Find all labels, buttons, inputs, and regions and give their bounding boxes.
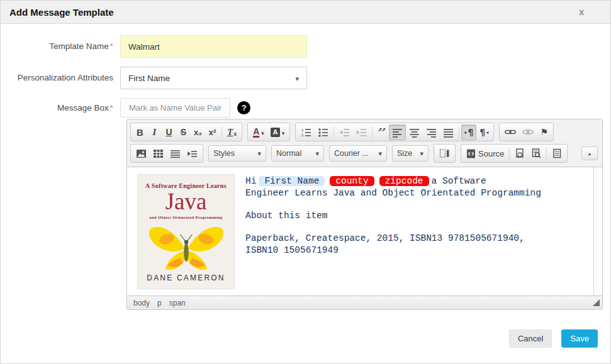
message-paragraph-3: Paperback, Createspace, 2015, ISBN13 978… [245,233,541,256]
numbered-list-icon[interactable]: 12 [298,124,315,140]
greeting-text: Hi [245,176,256,186]
source-button[interactable]: Source [463,146,507,162]
document-group: Source [461,144,568,163]
styles-dropdown-value: Styles [213,149,235,158]
font-dropdown[interactable]: Courier ... [329,145,387,162]
personalization-row: Personalization Attributes First Name [1,67,610,89]
form-area: Template Name* Personalization Attribute… [1,24,610,310]
message-box-row: Message Box* Mark as Name Value Pair ? [1,98,610,118]
superscript-icon[interactable]: x² [205,124,220,140]
close-icon[interactable]: x [579,7,584,17]
justify-icon[interactable] [440,124,457,140]
collapse-toolbar-group: ▴ [581,146,598,160]
align-center-icon[interactable] [406,124,423,140]
dialog-header: Add Message Template x [1,1,610,24]
zipcode-token[interactable]: zipcode [379,176,429,186]
dropdown-caret-icon [378,149,382,158]
first-name-token[interactable]: First Name [259,176,325,186]
message-paragraph-2: About this item [245,210,541,222]
outdent-icon[interactable] [336,124,353,140]
toolbar-row-2: Styles Normal Courier ... Size [130,143,599,164]
strikethrough-icon[interactable]: S [176,124,191,140]
blockquote-icon[interactable]: ” [374,128,389,136]
butterfly-illustration [142,221,231,273]
details-line1-text: Paperback, Createspace, 2015, ISBN13 978… [245,233,525,243]
save-button[interactable]: Save [561,329,598,348]
table-icon[interactable] [150,146,167,162]
preview-icon[interactable] [528,146,544,162]
toolbar-row-1: B I U S x₂ x² Tx A A [130,121,599,143]
format-dropdown[interactable]: Normal [271,145,324,162]
link-group: ⚑ [499,123,554,141]
align-right-icon[interactable] [423,124,440,140]
show-blocks-icon[interactable] [436,146,453,162]
book-title: Java [165,190,207,213]
ltr-paragraph-icon[interactable]: ¶ [461,124,476,140]
anchor-flag-icon[interactable]: ⚑ [537,124,551,140]
bold-icon[interactable]: B [133,124,147,140]
collapse-toolbar-icon[interactable]: ▴ [583,148,596,159]
text-color-icon[interactable]: A [250,124,267,140]
dropdown-caret-icon [295,74,299,83]
page-title: Add Message Template [9,7,114,18]
background-color-icon[interactable]: A [267,124,288,140]
source-icon [466,149,476,158]
insert-group [130,144,203,163]
county-token[interactable]: county [330,176,374,186]
mark-name-value-pair-button[interactable]: Mark as Name Value Pair [120,98,230,118]
dropdown-caret-icon [315,149,319,158]
details-line2-text: ISBN10 1505671949 [245,245,339,255]
line2-text: Engineer Learns Java and Object Orientat… [245,188,541,198]
toolbar-separator [221,126,222,138]
subscript-icon[interactable]: x₂ [191,124,205,140]
unlink-icon[interactable] [519,124,537,140]
message-box-label: Message Box* [1,99,120,118]
element-path-body[interactable]: body [133,299,150,307]
toolbar-separator [459,126,459,138]
color-group: A A [247,123,290,141]
source-label: Source [478,149,504,158]
template-name-label-text: Template Name [49,41,109,51]
dropdown-caret-icon [420,149,423,158]
styles-dropdown[interactable]: Styles [208,145,266,162]
page-break-icon[interactable] [184,146,201,162]
editor-toolbar: B I U S x₂ x² Tx A A [127,119,602,167]
message-text[interactable]: HiFirst Namecountyzipcodea Software Engi… [245,174,541,289]
personalization-label: Personalization Attributes [1,67,120,89]
indent-icon[interactable] [353,124,370,140]
paragraph-group: 12 ” [295,123,494,141]
element-path-p[interactable]: p [157,299,162,307]
cancel-button[interactable]: Cancel [509,329,552,348]
message-box-label-text: Message Box [57,103,109,113]
font-dropdown-value: Courier ... [334,149,369,158]
align-left-icon[interactable] [389,124,406,140]
editor-content-area[interactable]: A Software Engineer Learns Java and Obje… [127,167,602,295]
element-path-span[interactable]: span [169,299,186,307]
image-icon[interactable] [133,146,150,162]
templates-icon[interactable] [549,146,565,162]
link-icon[interactable] [502,124,519,140]
horizontal-rule-icon[interactable] [167,146,184,162]
italic-icon[interactable]: I [147,124,162,140]
remove-format-icon[interactable]: Tx [224,124,240,140]
show-blocks-group [434,144,456,163]
format-dropdown-value: Normal [276,149,301,158]
personalization-select[interactable]: First Name [120,67,307,89]
dropdown-caret-icon [257,149,261,158]
bulleted-list-icon[interactable] [315,124,332,140]
editor-status-bar: body p span [127,295,602,309]
size-dropdown[interactable]: Size [392,145,429,162]
underline-icon[interactable]: U [162,124,176,140]
required-asterisk: * [110,103,113,113]
help-icon[interactable]: ? [237,101,250,114]
rtl-paragraph-icon[interactable]: ¶ [476,124,491,140]
template-name-input[interactable] [120,35,307,58]
new-page-icon[interactable] [512,146,528,162]
editor-scrollbar[interactable] [593,167,602,295]
resize-handle-icon[interactable] [593,299,600,306]
toolbar-separator [546,148,547,159]
line1-tail-text: a Software [432,176,486,186]
message-paragraph-1: HiFirst Namecountyzipcodea Software Engi… [245,175,541,199]
book-author: DANE CAMERON [147,273,225,282]
toolbar-separator [372,126,373,138]
